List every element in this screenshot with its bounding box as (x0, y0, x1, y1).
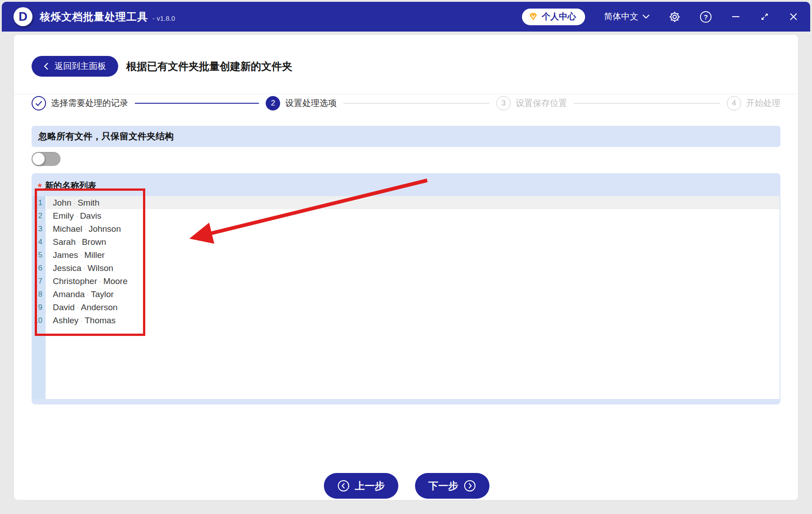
new-names-label: 新的名称列表 (45, 180, 97, 192)
step-connector (343, 103, 489, 104)
language-label: 简体中文 (604, 11, 638, 23)
editor-line[interactable]: Christopher·Moore (47, 275, 780, 288)
app-title: 核烁文档批量处理工具 (40, 10, 148, 24)
step-2-circle: 2 (266, 96, 280, 110)
back-to-dashboard-button[interactable]: 返回到主面板 (32, 56, 118, 77)
next-step-button[interactable]: 下一步 (415, 473, 489, 499)
editor-line-number: 1 (32, 196, 46, 209)
names-editor[interactable]: 12345678910 John·SmithEmily·DavisMichael… (32, 196, 780, 399)
step-connector (135, 103, 259, 104)
editor-line[interactable]: Amanda·Taylor (47, 288, 780, 301)
editor-line[interactable]: Ashley·Thomas (47, 314, 780, 327)
whitespace-dot-icon: · (80, 317, 83, 325)
step-4-label: 开始处理 (746, 97, 780, 109)
circle-arrow-right-icon (464, 480, 476, 492)
editor-line[interactable]: Emily·Davis (47, 209, 780, 222)
app-logo: D (14, 7, 32, 26)
editor-line-number: 2 (32, 209, 46, 222)
editor-line-number: 10 (32, 314, 46, 327)
editor-line[interactable]: John·Smith (47, 196, 780, 209)
step-save-location: 3 设置保存位置 (496, 96, 567, 110)
previous-step-button[interactable]: 上一步 (324, 473, 398, 499)
editor-line[interactable]: David·Anderson (47, 301, 780, 314)
page-title: 根据已有文件夹批量创建新的文件夹 (126, 60, 292, 73)
editor-line[interactable]: James·Miller (47, 248, 780, 262)
language-selector[interactable]: 简体中文 (604, 11, 650, 23)
toggle-knob (32, 153, 45, 165)
app-version: - v1.8.0 (152, 14, 175, 22)
help-button[interactable]: ? (700, 11, 712, 23)
whitespace-dot-icon: · (75, 212, 78, 220)
main-card: 返回到主面板 根据已有文件夹批量创建新的文件夹 选择需要处理的记录 2 设置处理… (14, 34, 798, 500)
minimize-button[interactable] (731, 12, 741, 22)
editor-line-number: 8 (32, 288, 46, 301)
whitespace-dot-icon: · (80, 251, 83, 260)
svg-text:?: ? (704, 13, 708, 21)
app-logo-letter: D (18, 10, 28, 24)
help-icon: ? (700, 11, 712, 23)
whitespace-dot-icon: · (73, 199, 76, 207)
editor-line[interactable]: Jessica·Wilson (47, 262, 780, 275)
ignore-files-toggle[interactable] (32, 152, 60, 166)
chevron-down-icon (642, 14, 650, 19)
back-button-label: 返回到主面板 (55, 60, 106, 72)
new-names-label-row: * 新的名称列表 (32, 178, 780, 193)
whitespace-dot-icon: · (84, 225, 87, 234)
editor-line-number: 9 (32, 301, 46, 314)
close-icon (789, 12, 798, 22)
editor-content[interactable]: John·SmithEmily·DavisMichael·JohnsonSara… (47, 196, 780, 399)
close-button[interactable] (789, 12, 798, 22)
minimize-icon (731, 12, 741, 22)
editor-line[interactable]: Sarah·Brown (47, 235, 780, 248)
whitespace-dot-icon: · (83, 264, 86, 273)
wizard-footer: 上一步 下一步 (14, 473, 799, 499)
settings-button[interactable] (669, 11, 681, 23)
new-names-panel: * 新的名称列表 12345678910 John·SmithEmily·Dav… (32, 173, 780, 404)
whitespace-dot-icon: · (78, 238, 80, 247)
step-3-circle: 3 (496, 96, 511, 110)
step-start-processing: 4 开始处理 (727, 96, 780, 110)
editor-line-number: 6 (32, 262, 46, 275)
step-1-circle (32, 96, 46, 110)
whitespace-dot-icon: · (87, 290, 89, 299)
step-select-records: 选择需要处理的记录 (32, 96, 128, 110)
editor-line-number: 5 (32, 248, 46, 262)
step-connector (574, 103, 720, 104)
step-4-circle: 4 (727, 96, 741, 110)
maximize-icon (760, 12, 770, 22)
whitespace-dot-icon: · (77, 303, 79, 312)
previous-step-label: 上一步 (355, 479, 385, 493)
editor-line-number: 4 (32, 235, 46, 248)
step-1-label: 选择需要处理的记录 (51, 97, 128, 109)
check-icon (35, 101, 42, 106)
card-header: 返回到主面板 根据已有文件夹批量创建新的文件夹 (14, 35, 798, 94)
editor-line[interactable]: Michael·Johnson (47, 222, 780, 235)
step-3-label: 设置保存位置 (516, 97, 567, 109)
user-center-label: 个人中心 (542, 11, 576, 23)
editor-line-number: 7 (32, 275, 46, 288)
whitespace-dot-icon: · (99, 277, 102, 286)
editor-line-number: 3 (32, 222, 46, 235)
chevron-left-icon (44, 62, 49, 70)
step-set-options: 2 设置处理选项 (266, 96, 337, 110)
step-2-label: 设置处理选项 (285, 97, 337, 109)
editor-gutter: 12345678910 (32, 196, 47, 399)
ignore-files-banner: 忽略所有文件，只保留文件夹结构 (32, 126, 780, 147)
required-marker: * (38, 181, 42, 193)
titlebar: D 核烁文档批量处理工具 - v1.8.0 个人中心 简体中文 (2, 2, 810, 32)
maximize-button[interactable] (760, 12, 770, 22)
vip-badge-icon (528, 12, 538, 22)
user-center-button[interactable]: 个人中心 (522, 9, 585, 25)
stepper: 选择需要处理的记录 2 设置处理选项 3 设置保存位置 4 开始处理 (14, 94, 798, 118)
gear-icon (669, 11, 681, 23)
next-step-label: 下一步 (429, 479, 458, 493)
circle-arrow-left-icon (337, 480, 350, 492)
